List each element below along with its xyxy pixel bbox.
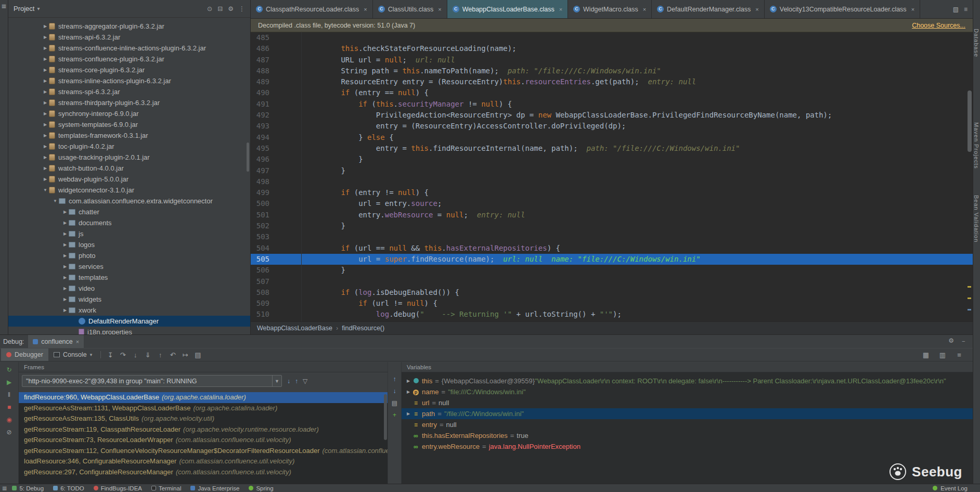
goto-frame-up-icon[interactable]: ↑ bbox=[295, 378, 298, 385]
mute-breakpoints-icon[interactable]: ⊘ bbox=[6, 429, 11, 436]
status-item[interactable]: 5: Debug bbox=[12, 485, 44, 491]
collapsed-arrow-icon[interactable]: ▶ bbox=[42, 68, 49, 72]
tab-close-icon[interactable]: × bbox=[643, 6, 646, 12]
pause-icon[interactable]: ‖ bbox=[8, 391, 10, 398]
dock-maven-projects[interactable]: Maven Projects bbox=[973, 122, 979, 169]
collapsed-arrow-icon[interactable]: ▶ bbox=[42, 177, 49, 182]
code-line[interactable]: 510 log.debug(" --> Returning '" + url.t… bbox=[251, 309, 973, 320]
view-breakpoints-icon[interactable]: ◉ bbox=[6, 416, 11, 423]
menu-icon[interactable]: ≡ bbox=[953, 351, 965, 359]
evaluate-expression-icon[interactable]: ▤ bbox=[191, 351, 204, 359]
collapsed-arrow-icon[interactable]: ▶ bbox=[42, 24, 49, 29]
drop-frame-icon[interactable]: ↶ bbox=[166, 351, 179, 359]
frame-row[interactable]: getResourceAsStream:1131, WebappClassLoa… bbox=[19, 403, 388, 414]
collapsed-arrow-icon[interactable]: ▶ bbox=[42, 166, 49, 171]
expand-arrow-icon[interactable]: ▶ bbox=[405, 379, 412, 383]
code-line[interactable]: 506 } bbox=[251, 265, 973, 276]
collapsed-arrow-icon[interactable]: ▶ bbox=[42, 144, 49, 149]
variable-row[interactable]: ∞this.hasExternalRepositories=true bbox=[402, 430, 973, 441]
code-line[interactable]: 491 if (this.securityManager != null) { bbox=[251, 99, 973, 110]
collapsed-arrow-icon[interactable]: ▶ bbox=[42, 133, 49, 138]
frame-row[interactable]: getResourceStream:119, ClasspathResource… bbox=[19, 424, 388, 435]
variable-row[interactable]: ▶≡path="/file:///C:/Windows/win.ini" bbox=[402, 408, 973, 419]
collapsed-arrow-icon[interactable]: ▶ bbox=[42, 122, 49, 127]
goto-frame-down-icon[interactable]: ↓ bbox=[287, 378, 290, 385]
tree-row[interactable]: i18n.properties bbox=[8, 327, 250, 334]
add-watch-icon[interactable]: + bbox=[393, 411, 396, 419]
choose-sources-link[interactable]: Choose Sources... bbox=[912, 22, 965, 29]
tree-row[interactable]: ▶documents bbox=[8, 217, 250, 228]
variable-row[interactable]: ▶this={WebappClassLoader@39559} "WebappC… bbox=[402, 376, 973, 386]
error-stripe-mark[interactable] bbox=[968, 297, 971, 299]
run-to-cursor-icon[interactable]: ↦ bbox=[179, 351, 191, 359]
editor-tab[interactable]: CWebappClassLoaderBase.class× bbox=[447, 0, 568, 18]
collapsed-arrow-icon[interactable]: ▶ bbox=[61, 253, 69, 258]
show-execution-point-icon[interactable]: ↧ bbox=[104, 351, 117, 359]
more-options-icon[interactable]: ⋮ bbox=[239, 5, 245, 12]
debug-session-tab[interactable]: confluence × bbox=[28, 335, 84, 348]
thread-dropdown[interactable]: "http-nio-9090-exec-2"@39,438 in group "… bbox=[22, 375, 282, 387]
frame-row[interactable]: getResourceAsStream:135, ClassUtils(org.… bbox=[19, 413, 388, 424]
dock-database[interactable]: Database bbox=[973, 29, 979, 57]
collapsed-arrow-icon[interactable]: ▶ bbox=[42, 111, 49, 116]
editor-scrollbar[interactable] bbox=[968, 90, 972, 152]
dock-bean-validation[interactable]: Bean Validation bbox=[973, 195, 979, 242]
frame-row[interactable]: getResourceStream:112, ConfluenceVelocit… bbox=[19, 446, 388, 457]
tree-row[interactable]: ▶streams-api-6.3.2.jar bbox=[8, 32, 250, 43]
tree-row[interactable]: ▶toc-plugin-4.0.2.jar bbox=[8, 141, 250, 152]
tab-close-icon[interactable]: × bbox=[364, 6, 367, 12]
tree-row[interactable]: ▶streams-spi-6.3.2.jar bbox=[8, 86, 250, 97]
tree-row[interactable]: DefaultRenderManager bbox=[8, 316, 250, 327]
tree-row[interactable]: ▶photo bbox=[8, 250, 250, 261]
restore-layout-icon[interactable]: ▦ bbox=[920, 351, 932, 359]
tree-row[interactable]: ▶streams-core-plugin-6.3.2.jar bbox=[8, 64, 250, 75]
code-line[interactable]: 493 entry = (ResourceEntry)AccessControl… bbox=[251, 121, 973, 132]
frame-row[interactable]: getResourceStream:73, ResourceLoaderWrap… bbox=[19, 435, 388, 446]
tree-row[interactable]: ▼com.atlassian.confluence.extra.widgetco… bbox=[8, 196, 250, 206]
code-line[interactable]: 503 bbox=[251, 231, 973, 242]
variable-row[interactable]: ≡entry=null bbox=[402, 419, 973, 430]
tab-close-icon[interactable]: × bbox=[911, 6, 914, 12]
tree-row[interactable]: ▶streams-thirdparty-plugin-6.3.2.jar bbox=[8, 97, 250, 108]
collapse-all-icon[interactable]: ⊟ bbox=[217, 5, 223, 12]
code-line[interactable]: 505 url = super.findResource(name); url:… bbox=[251, 254, 973, 265]
code-line[interactable]: 490 if (entry == null) { bbox=[251, 87, 973, 98]
collapsed-arrow-icon[interactable]: ▶ bbox=[42, 89, 49, 94]
collapsed-arrow-icon[interactable]: ▶ bbox=[42, 79, 49, 83]
tree-row[interactable]: ▶chatter bbox=[8, 206, 250, 217]
layout-settings-icon[interactable]: ▥ bbox=[936, 351, 949, 359]
code-line[interactable]: 507 bbox=[251, 276, 973, 287]
status-item[interactable]: Terminal bbox=[151, 485, 181, 491]
editor-tab[interactable]: CClassUtils.class× bbox=[373, 0, 447, 18]
code-line[interactable]: 509 if (url != null) { bbox=[251, 298, 973, 309]
collapsed-arrow-icon[interactable]: ▶ bbox=[61, 297, 69, 302]
force-step-into-icon[interactable]: ⇓ bbox=[141, 351, 154, 359]
editor-tab[interactable]: CClasspathResourceLoader.class× bbox=[251, 0, 373, 18]
next-frame-icon[interactable]: ↓ bbox=[393, 387, 396, 395]
variable-row[interactable]: ▶name="file:///C:/Windows/win.ini" bbox=[402, 386, 973, 397]
collapsed-arrow-icon[interactable]: ▶ bbox=[61, 264, 69, 269]
resume-icon[interactable]: ▶ bbox=[7, 379, 11, 386]
collapsed-arrow-icon[interactable]: ▶ bbox=[61, 210, 69, 214]
code-line[interactable]: 499 if (entry != null) { bbox=[251, 187, 973, 198]
split-editor-icon[interactable]: ▧ bbox=[953, 6, 959, 13]
chevron-down-icon[interactable]: ▾ bbox=[37, 6, 40, 11]
project-panel-title[interactable]: Project bbox=[14, 5, 34, 12]
expand-arrow-icon[interactable]: ▶ bbox=[405, 390, 412, 394]
tree-row[interactable]: ▶xwork bbox=[8, 305, 250, 316]
tree-row[interactable]: ▶logos bbox=[8, 239, 250, 250]
close-icon[interactable]: × bbox=[76, 339, 79, 345]
frames-scrollbar[interactable] bbox=[384, 394, 387, 440]
collapsed-arrow-icon[interactable]: ▶ bbox=[42, 57, 49, 61]
tree-row[interactable]: ▶streams-inline-actions-plugin-6.3.2.jar bbox=[8, 75, 250, 86]
code-line[interactable]: 508 if (log.isDebugEnabled()) { bbox=[251, 287, 973, 298]
error-stripe-mark[interactable] bbox=[968, 286, 971, 288]
tree-row[interactable]: ▼widgetconnector-3.1.0.jar bbox=[8, 185, 250, 196]
frame-row[interactable]: findResource:960, WebappClassLoaderBase(… bbox=[19, 392, 388, 403]
tab-close-icon[interactable]: × bbox=[559, 6, 562, 12]
code-line[interactable]: 486 this.checkStateForResourceLoading(na… bbox=[251, 43, 973, 54]
tree-row[interactable]: ▶usage-tracking-plugin-2.0.1.jar bbox=[8, 152, 250, 163]
filter-frames-icon[interactable]: ▽ bbox=[303, 378, 307, 385]
code-line[interactable]: 497 } bbox=[251, 165, 973, 176]
expanded-arrow-icon[interactable]: ▼ bbox=[51, 199, 59, 203]
